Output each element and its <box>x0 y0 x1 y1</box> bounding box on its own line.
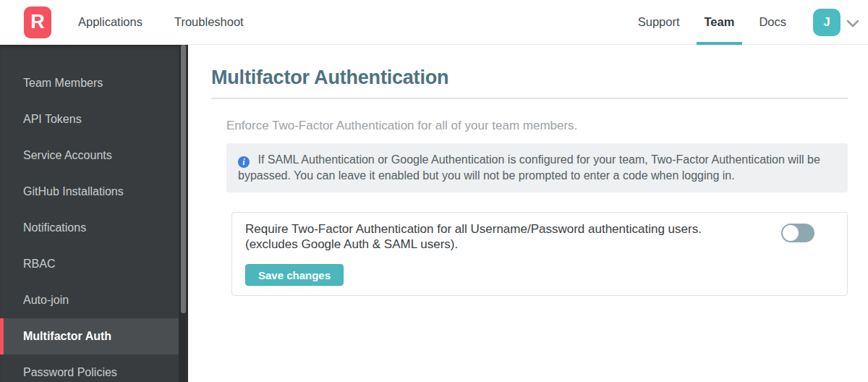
mfa-toggle-knob <box>783 225 799 241</box>
info-icon: i <box>238 156 250 168</box>
logo-letter: R <box>30 11 45 33</box>
sidebar-scrollbar-thumb[interactable] <box>181 45 186 313</box>
sidebar-item-api-tokens[interactable]: API Tokens <box>0 101 188 137</box>
nav-item-applications[interactable]: Applications <box>78 15 142 29</box>
sidebar-scrollbar-track[interactable] <box>179 45 188 382</box>
save-changes-button[interactable]: Save changes <box>245 264 344 286</box>
mfa-requirement-card: Require Two-Factor Authentication for al… <box>231 212 848 296</box>
chevron-down-icon[interactable] <box>846 20 859 28</box>
mfa-toggle[interactable] <box>781 224 814 242</box>
sidebar-item-github-installations[interactable]: GitHub Installations <box>0 174 188 210</box>
sidebar-item-team-members[interactable]: Team Members <box>0 65 188 101</box>
mfa-requirement-line2: (excludes Google Auth & SAML users). <box>245 237 702 252</box>
sidebar-item-multifactor-auth[interactable]: Multifactor Auth <box>0 318 188 355</box>
section-description: Enforce Two-Factor Authentication for al… <box>226 119 848 133</box>
avatar[interactable]: J <box>813 9 841 36</box>
top-navbar: R Applications Troubleshoot Support Team… <box>0 0 868 45</box>
nav-item-team-label: Team <box>705 15 735 29</box>
nav-item-docs[interactable]: Docs <box>751 0 794 45</box>
page-body: Team Members API Tokens Service Accounts… <box>0 45 868 382</box>
avatar-initial: J <box>823 15 830 30</box>
secondary-nav: Support Team Docs J <box>626 0 868 45</box>
mfa-settings-section: Enforce Two-Factor Authentication for al… <box>211 119 848 296</box>
page-title: Multifactor Authentication <box>211 67 848 88</box>
info-alert: i If SAML Authentication or Google Authe… <box>226 143 848 192</box>
mfa-card-row: Require Two-Factor Authentication for al… <box>245 221 834 252</box>
sidebar-item-notifications[interactable]: Notifications <box>0 210 188 246</box>
primary-nav: Applications Troubleshoot <box>78 15 276 29</box>
team-active-underline <box>697 42 743 45</box>
nav-item-support[interactable]: Support <box>630 0 688 45</box>
nav-item-team[interactable]: Team <box>697 0 743 45</box>
main-content: Multifactor Authentication Enforce Two-F… <box>188 45 868 382</box>
sidebar-item-service-accounts[interactable]: Service Accounts <box>0 137 188 174</box>
sidebar-item-auto-join[interactable]: Auto-join <box>0 282 188 318</box>
sidebar: Team Members API Tokens Service Accounts… <box>0 45 188 382</box>
mfa-requirement-line1: Require Two-Factor Authentication for al… <box>245 221 702 237</box>
rollbar-logo[interactable]: R <box>24 7 51 38</box>
nav-item-troubleshoot[interactable]: Troubleshoot <box>174 15 244 29</box>
title-divider <box>211 98 848 99</box>
sidebar-item-password-policies[interactable]: Password Policies <box>0 355 188 382</box>
info-alert-text: If SAML Authentication or Google Authent… <box>238 153 820 182</box>
mfa-requirement-label: Require Two-Factor Authentication for al… <box>245 221 702 252</box>
sidebar-item-rbac[interactable]: RBAC <box>0 246 188 282</box>
